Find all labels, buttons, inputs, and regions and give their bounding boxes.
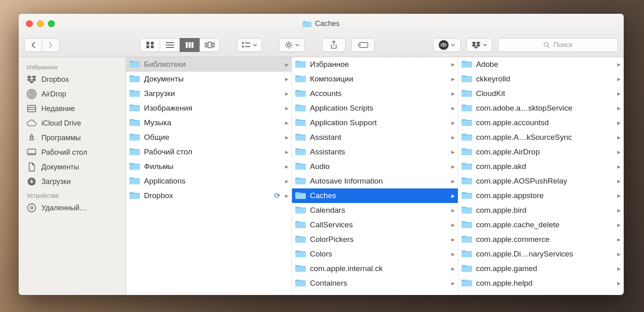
column: Adobe▶ckkeyrolld▶CloudKit▶com.adobe.a…sk… bbox=[458, 57, 624, 295]
dropbox-icon bbox=[27, 75, 36, 84]
folder-row[interactable]: com.apple.internal.ck▶ bbox=[292, 261, 457, 276]
folder-row[interactable]: Загрузки▶ bbox=[126, 86, 292, 101]
folder-row[interactable]: Библиотеки▶ bbox=[126, 57, 292, 72]
folder-icon bbox=[462, 205, 472, 216]
folder-row[interactable]: Assistant▶ bbox=[292, 130, 457, 145]
sidebar-item[interactable]: iCloud Drive bbox=[19, 116, 126, 130]
folder-row[interactable]: CloudKit▶ bbox=[458, 86, 624, 101]
folder-row[interactable]: Application Scripts▶ bbox=[292, 101, 457, 115]
folder-row[interactable]: Caches▶ bbox=[292, 188, 457, 203]
folder-row[interactable]: com.apple.accountsd▶ bbox=[458, 115, 624, 130]
folder-name: Caches bbox=[310, 191, 447, 200]
sidebar-item[interactable]: Dropbox bbox=[19, 72, 126, 87]
sidebar-item-label: Программы bbox=[41, 134, 81, 142]
eye-icon bbox=[439, 40, 449, 50]
sidebar-item-label: iCloud Drive bbox=[41, 119, 81, 128]
folder-row[interactable]: Рабочий стол▶ bbox=[126, 145, 292, 159]
folder-row[interactable]: com.apple.gamed▶ bbox=[458, 261, 624, 276]
folder-row[interactable]: Общие▶ bbox=[126, 130, 292, 145]
chevron-right-icon: ▶ bbox=[617, 281, 620, 286]
folder-name: Calendars bbox=[310, 206, 447, 215]
folder-row[interactable]: com.adobe.a…sktopService▶ bbox=[458, 101, 624, 115]
folder-icon bbox=[129, 191, 140, 201]
sidebar-item[interactable]: Рабочий стол bbox=[19, 145, 126, 160]
svg-line-29 bbox=[548, 46, 550, 48]
folder-icon bbox=[295, 191, 306, 201]
finder-window: Caches bbox=[19, 14, 624, 295]
svg-rect-11 bbox=[208, 42, 211, 48]
quicklook-button[interactable] bbox=[433, 38, 461, 52]
folder-row[interactable]: ckkeyrolld▶ bbox=[458, 72, 624, 86]
sidebar-item[interactable]: Удаленный… bbox=[19, 201, 126, 215]
folder-name: Библиотеки bbox=[144, 60, 281, 69]
folder-row[interactable]: Adobe▶ bbox=[458, 57, 624, 72]
folder-row[interactable]: com.apple.helpd▶ bbox=[458, 276, 624, 291]
docs-icon bbox=[27, 162, 36, 172]
sidebar-item[interactable]: Загрузки bbox=[19, 174, 126, 189]
folder-row[interactable]: Избранное▶ bbox=[292, 57, 457, 72]
svg-line-24 bbox=[290, 43, 291, 43]
search-icon bbox=[543, 42, 550, 48]
folder-row[interactable]: Accounts▶ bbox=[292, 86, 457, 101]
folder-icon bbox=[295, 235, 306, 245]
folder-name: Colors bbox=[310, 250, 447, 259]
folder-name: Adobe bbox=[476, 60, 613, 69]
folder-row[interactable]: CallServices▶ bbox=[292, 218, 457, 232]
folder-row[interactable]: com.apple.AirDrop▶ bbox=[458, 145, 624, 159]
folder-row[interactable]: Calendars▶ bbox=[292, 203, 457, 218]
folder-icon bbox=[295, 162, 306, 172]
sidebar-item[interactable]: AirDrop bbox=[19, 87, 126, 101]
folder-row[interactable]: Изображения▶ bbox=[126, 101, 292, 115]
folder-row[interactable]: com.apple.akd▶ bbox=[458, 159, 624, 174]
group-button[interactable] bbox=[237, 38, 262, 52]
back-button[interactable] bbox=[24, 38, 42, 52]
folder-row[interactable]: com.apple.bird▶ bbox=[458, 203, 624, 218]
close-button[interactable] bbox=[26, 20, 33, 27]
view-gallery-button[interactable] bbox=[200, 38, 220, 52]
folder-row[interactable]: com.apple.cache_delete▶ bbox=[458, 218, 624, 232]
share-button[interactable] bbox=[322, 38, 346, 52]
chevron-right-icon: ▶ bbox=[617, 106, 620, 111]
sidebar-item[interactable]: Недавние bbox=[19, 101, 126, 116]
folder-row[interactable]: Applications▶ bbox=[126, 174, 292, 188]
folder-row[interactable]: ColorPickers▶ bbox=[292, 232, 457, 247]
dropbox-toolbar-button[interactable] bbox=[466, 38, 492, 52]
folder-row[interactable]: com.apple.Di…naryServices▶ bbox=[458, 247, 624, 261]
action-button[interactable] bbox=[279, 38, 305, 52]
search-field[interactable]: Поиск bbox=[498, 38, 618, 52]
chevron-right-icon: ▶ bbox=[285, 106, 288, 111]
folder-row[interactable]: com.apple.AOSPushRelay▶ bbox=[458, 174, 624, 188]
airdrop-icon bbox=[27, 89, 36, 99]
folder-row[interactable]: Audio▶ bbox=[292, 159, 457, 174]
folder-name: Композиции bbox=[310, 75, 447, 83]
sidebar-item[interactable]: Документы bbox=[19, 160, 126, 174]
forward-button[interactable] bbox=[42, 38, 60, 52]
svg-rect-16 bbox=[245, 46, 250, 47]
minimize-button[interactable] bbox=[37, 20, 44, 27]
folder-row[interactable]: Музыка▶ bbox=[126, 115, 292, 130]
svg-rect-14 bbox=[242, 46, 244, 47]
folder-name: com.adobe.a…sktopService bbox=[476, 104, 613, 113]
folder-row[interactable]: com.apple.commerce▶ bbox=[458, 232, 624, 247]
folder-row[interactable]: com.apple.A…kSourceSync▶ bbox=[458, 130, 624, 145]
zoom-button[interactable] bbox=[48, 20, 55, 27]
tags-button[interactable] bbox=[351, 38, 375, 52]
folder-row[interactable]: Colors▶ bbox=[292, 247, 457, 261]
folder-row[interactable]: Документы▶ bbox=[126, 72, 292, 86]
folder-row[interactable]: Autosave Information▶ bbox=[292, 174, 457, 188]
sidebar-item[interactable]: Программы bbox=[19, 130, 126, 145]
view-columns-button[interactable] bbox=[180, 38, 200, 52]
view-icons-button[interactable] bbox=[140, 38, 160, 52]
folder-row[interactable]: Application Support▶ bbox=[292, 115, 457, 130]
svg-rect-1 bbox=[151, 42, 154, 45]
folder-row[interactable]: Assistants▶ bbox=[292, 145, 457, 159]
folder-row[interactable]: com.apple.appstore▶ bbox=[458, 188, 624, 203]
folder-row[interactable]: Композиции▶ bbox=[292, 72, 457, 86]
folder-name: Музыка bbox=[144, 118, 281, 127]
view-list-button[interactable] bbox=[160, 38, 180, 52]
chevron-right-icon: ▶ bbox=[285, 62, 288, 67]
folder-row[interactable]: Containers▶ bbox=[292, 276, 457, 291]
folder-row[interactable]: Фильмы▶ bbox=[126, 159, 292, 174]
list-icon bbox=[165, 42, 174, 48]
folder-row[interactable]: Dropbox⟳▶ bbox=[126, 188, 292, 203]
